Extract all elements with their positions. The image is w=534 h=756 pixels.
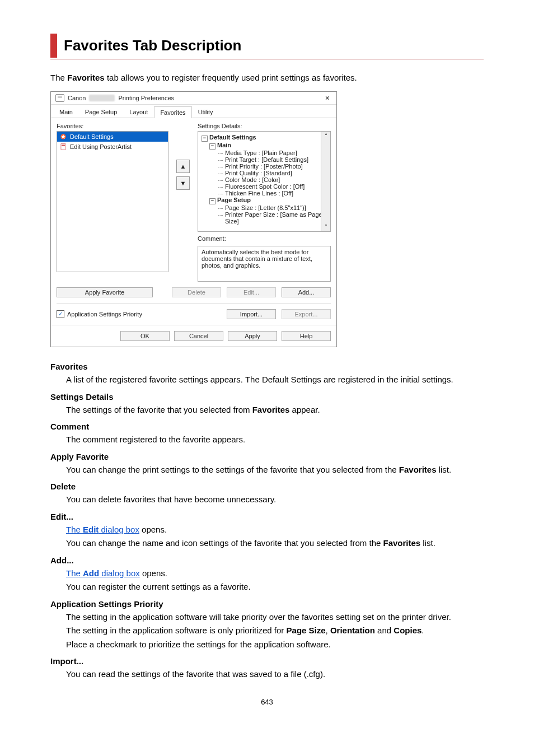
scroll-up-icon[interactable]: ˄ <box>325 132 327 140</box>
comment-box: Automatically selects the best mode for … <box>198 246 331 282</box>
svg-rect-2 <box>61 144 65 150</box>
collapse-icon[interactable]: − <box>209 143 216 150</box>
apply-button[interactable]: Apply <box>228 331 277 341</box>
close-icon[interactable]: × <box>323 94 332 102</box>
desc-app-priority: The setting in the application software … <box>66 611 484 651</box>
scroll-down-icon[interactable]: ˅ <box>325 223 327 231</box>
move-up-button[interactable]: ▲ <box>176 160 190 173</box>
add-dialog-link[interactable]: The Add dialog box <box>66 568 140 578</box>
dialog-title-suffix: Printing Preferences <box>118 95 174 101</box>
tab-page-setup[interactable]: Page Setup <box>79 106 124 118</box>
term-comment: Comment <box>50 422 484 431</box>
favorites-item-default[interactable]: Default Settings <box>57 132 168 142</box>
edit-dialog-link[interactable]: The Edit dialog box <box>66 525 139 534</box>
term-app-priority: Application Settings Priority <box>50 599 484 609</box>
favorites-list[interactable]: Default Settings Edit Using PosterArtist <box>57 131 168 272</box>
term-delete: Delete <box>50 482 484 491</box>
apply-favorite-button[interactable]: Apply Favorite <box>57 287 153 297</box>
comment-text: Automatically selects the best mode for … <box>202 249 312 269</box>
tree-leaf: Printer Paper Size : [Same as Page Size] <box>209 211 327 225</box>
add-button[interactable]: Add... <box>282 287 331 297</box>
favorites-item-posterartist[interactable]: Edit Using PosterArtist <box>57 142 168 152</box>
dialog-titlebar: Canon Printing Preferences × <box>51 92 336 105</box>
edit-button[interactable]: Edit... <box>227 287 276 297</box>
page-heading-bar: Favorites Tab Description <box>50 34 484 59</box>
favorites-list-label: Favorites: <box>57 123 168 129</box>
printing-preferences-dialog: Canon Printing Preferences × Main Page S… <box>50 91 337 347</box>
reorder-buttons: ▲ ▼ <box>176 160 190 282</box>
tree-leaf: Media Type : [Plain Paper] <box>209 150 327 156</box>
collapse-icon[interactable]: − <box>202 136 208 142</box>
page-heading: Favorites Tab Description <box>50 34 484 58</box>
svg-rect-3 <box>62 145 65 146</box>
term-add: Add... <box>50 556 484 565</box>
printer-icon <box>55 94 64 102</box>
tab-layout[interactable]: Layout <box>123 106 154 118</box>
desc-favorites: A list of the registered favorite settin… <box>66 374 484 386</box>
term-apply-favorite: Apply Favorite <box>50 452 484 461</box>
redacted-model <box>89 95 115 101</box>
definitions: Favorites A list of the registered favor… <box>50 362 484 681</box>
tab-main[interactable]: Main <box>53 106 79 118</box>
settings-details-tree[interactable]: −Default Settings −Main Media Type : [Pl… <box>198 131 331 232</box>
dialog-footer: OK Cancel Apply Help <box>51 325 336 347</box>
desc-add: The Add dialog box opens. You can regist… <box>66 567 484 594</box>
settings-details-label: Settings Details: <box>198 123 331 129</box>
tree-leaf: Page Size : [Letter (8.5"x11")] <box>209 204 327 211</box>
tree-leaf: Fluorescent Spot Color : [Off] <box>209 183 327 190</box>
intro-text: The Favorites tab allows you to register… <box>50 73 484 82</box>
tree-group-page-setup[interactable]: −Page Setup <box>209 197 327 204</box>
move-down-button[interactable]: ▼ <box>176 176 190 190</box>
desc-delete: You can delete favorites that have becom… <box>66 493 484 506</box>
dialog-tabstrip: Main Page Setup Layout Favorites Utility <box>51 105 336 118</box>
tree-leaf: Print Priority : [Poster/Photo] <box>209 163 327 170</box>
app-settings-priority-checkbox[interactable]: ✓ Application Settings Priority <box>57 310 142 318</box>
tree-leaf: Thicken Fine Lines : [Off] <box>209 190 327 197</box>
page-number: 643 <box>50 698 484 706</box>
delete-button[interactable]: Delete <box>172 287 221 297</box>
desc-import: You can read the settings of the favorit… <box>66 668 484 681</box>
collapse-icon[interactable]: − <box>209 198 216 204</box>
tree-leaf: Print Target : [Default Settings] <box>209 156 327 163</box>
term-import: Import... <box>50 656 484 666</box>
tree-root[interactable]: −Default Settings <box>202 134 327 142</box>
tree-leaf: Color Mode : [Color] <box>209 176 327 183</box>
checkbox-icon: ✓ <box>57 310 64 318</box>
desc-edit: The Edit dialog box opens. You can chang… <box>66 524 484 550</box>
tab-utility[interactable]: Utility <box>192 106 219 118</box>
arrow-up-icon: ▲ <box>180 163 186 170</box>
desc-settings-details: The settings of the favorite that you se… <box>66 404 484 417</box>
star-icon <box>59 133 67 141</box>
tree-scrollbar[interactable]: ˄ ˅ <box>321 132 330 231</box>
help-button[interactable]: Help <box>282 331 331 341</box>
tab-favorites[interactable]: Favorites <box>154 106 191 118</box>
tree-leaf: Print Quality : [Standard] <box>209 170 327 176</box>
term-favorites: Favorites <box>50 362 484 371</box>
favorites-item-label: Default Settings <box>70 133 114 140</box>
term-settings-details: Settings Details <box>50 392 484 402</box>
checkbox-label: Application Settings Priority <box>67 311 142 318</box>
doc-icon <box>59 143 67 151</box>
import-button[interactable]: Import... <box>227 309 276 319</box>
dialog-brand: Canon <box>68 95 86 101</box>
desc-comment: The comment registered to the favorite a… <box>66 433 484 446</box>
ok-button[interactable]: OK <box>120 331 170 341</box>
tree-group-main[interactable]: −Main <box>209 142 327 150</box>
favorites-item-label: Edit Using PosterArtist <box>70 143 132 150</box>
export-button[interactable]: Export... <box>282 309 331 319</box>
arrow-down-icon: ▼ <box>180 180 186 186</box>
desc-apply-favorite: You can change the print settings to the… <box>66 464 484 477</box>
cancel-button[interactable]: Cancel <box>174 331 223 341</box>
term-edit: Edit... <box>50 512 484 521</box>
comment-label: Comment: <box>198 235 331 242</box>
